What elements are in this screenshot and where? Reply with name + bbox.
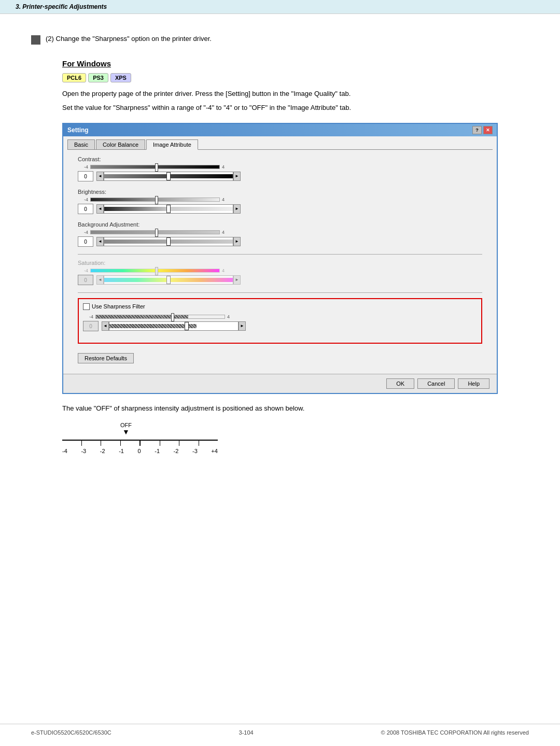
scale-label-6: -2 [174, 448, 179, 454]
brightness-row: Brightness: -4 4 0 ◄ [78, 189, 482, 214]
sharpness-section: Use Sharpness Filter -4 4 0 ◄ [78, 298, 482, 344]
saturation-track [104, 275, 233, 285]
tab-basic[interactable]: Basic [67, 139, 95, 149]
sharpness-slider-row: -4 4 0 ◄ [83, 314, 477, 331]
background-arrow-left[interactable]: ◄ [96, 237, 104, 246]
scale-diagram: OFF ▼ -4 -3 -2 -1 [62, 422, 529, 454]
background-row: Background Adjustment: -4 4 0 ◄ [78, 221, 482, 247]
contrast-arrow-right[interactable]: ► [233, 172, 241, 181]
sharpness-arrow-right[interactable]: ► [239, 321, 246, 331]
sharpness-arrow-left[interactable]: ◄ [102, 321, 109, 331]
divider-2 [78, 292, 482, 293]
tab-color-balance[interactable]: Color Balance [96, 139, 145, 149]
sharpness-checkbox[interactable] [83, 303, 90, 310]
description-1: Open the property page of the printer dr… [62, 89, 529, 100]
main-content: (2) Change the "Sharpness" option on the… [0, 14, 560, 489]
scale-label-1: -3 [81, 448, 86, 454]
cancel-button[interactable]: Cancel [417, 378, 455, 389]
dialog-body: Contrast: -4 4 0 ◄ [67, 149, 493, 370]
off-arrow-symbol: ▼ [122, 428, 130, 435]
badge-xps: XPS [110, 73, 131, 82]
contrast-min: -4 [78, 164, 88, 170]
titlebar-buttons: ? ✕ [472, 126, 493, 134]
background-track[interactable] [104, 237, 233, 246]
tab-image-attribute[interactable]: Image Attribute [146, 139, 198, 150]
saturation-value: 0 [78, 275, 93, 285]
footer-left: e-STUDIO5520C/6520C/6530C [31, 729, 111, 736]
dialog-tabs: Basic Color Balance Image Attribute [63, 136, 497, 149]
section-intro: (2) Change the "Sharpness" option on the… [31, 35, 529, 45]
brightness-arrow-left[interactable]: ◄ [96, 204, 104, 214]
contrast-arrow-left[interactable]: ◄ [96, 172, 104, 181]
divider-1 [78, 254, 482, 255]
contrast-row: Contrast: -4 4 0 ◄ [78, 156, 482, 181]
footer-right: © 2008 TOSHIBA TEC CORPORATION All right… [381, 729, 529, 736]
scale-label-4: 0 [138, 448, 141, 454]
sharpness-value: 0 [83, 321, 99, 331]
scale-label-5: -1 [155, 448, 160, 454]
contrast-max: 4 [222, 164, 225, 170]
off-scale-description: The value "OFF" of sharpness intensity a… [62, 403, 529, 414]
sharpness-track[interactable] [109, 321, 239, 331]
scale-wrapper: OFF ▼ -4 -3 -2 -1 [62, 422, 228, 454]
contrast-track[interactable] [104, 172, 233, 181]
contrast-value[interactable]: 0 [78, 171, 93, 181]
for-windows-title: For Windows [62, 59, 529, 68]
brightness-value[interactable]: 0 [78, 204, 93, 214]
intro-text: (2) Change the "Sharpness" option on the… [46, 35, 212, 43]
page-footer: e-STUDIO5520C/6520C/6530C 3-104 © 2008 T… [0, 724, 560, 736]
scale-label-7: -3 [192, 448, 198, 454]
header-title: 3. Printer-specific Adjustments [16, 3, 107, 10]
sharpness-checkbox-row: Use Sharpness Filter [83, 303, 477, 310]
scale-label-2: -2 [100, 448, 105, 454]
scale-label-3: -1 [119, 448, 124, 454]
section-icon [31, 35, 40, 45]
saturation-arrow-left: ◄ [96, 275, 104, 285]
setting-dialog: Setting ? ✕ Basic Color Balance Image At… [62, 123, 498, 394]
help-footer-button[interactable]: Help [458, 378, 489, 389]
help-button[interactable]: ? [472, 126, 482, 134]
close-button[interactable]: ✕ [483, 126, 493, 134]
footer-page: 3-104 [239, 729, 254, 736]
scale-bar [62, 440, 218, 446]
background-value[interactable]: 0 [78, 236, 93, 247]
background-label: Background Adjustment: [78, 221, 482, 228]
badges-container: PCL6 PS3 XPS [62, 73, 529, 82]
header-bar: 3. Printer-specific Adjustments [0, 0, 560, 14]
restore-defaults-button[interactable]: Restore Defaults [78, 353, 134, 363]
description-2: Set the value for "Sharpness" within a r… [62, 103, 529, 114]
scale-label-8: +4 [211, 448, 218, 454]
dialog-titlebar: Setting ? ✕ [63, 124, 497, 136]
contrast-label: Contrast: [78, 156, 482, 162]
dialog-title: Setting [67, 126, 89, 134]
sharpness-checkbox-label: Use Sharpness Filter [92, 303, 145, 309]
saturation-arrow-right: ► [233, 275, 241, 285]
ok-button[interactable]: OK [386, 378, 414, 389]
scale-labels: -4 -3 -2 -1 0 -1 -2 -3 +4 [62, 448, 218, 454]
badge-pcl6: PCL6 [62, 73, 86, 82]
dialog-footer: OK Cancel Help [63, 374, 497, 393]
brightness-arrow-right[interactable]: ► [233, 204, 241, 214]
brightness-label: Brightness: [78, 189, 482, 195]
saturation-label: Saturation: [78, 260, 482, 266]
background-arrow-right[interactable]: ► [233, 237, 241, 246]
badge-ps3: PS3 [88, 73, 108, 82]
saturation-row: Saturation: -4 4 0 ◄ [78, 260, 482, 285]
scale-label-0: -4 [62, 448, 67, 454]
brightness-track[interactable] [104, 204, 233, 214]
